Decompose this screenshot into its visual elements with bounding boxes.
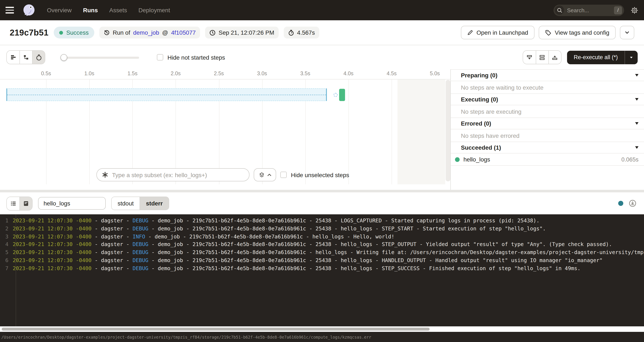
horizontal-scrollbar-thumb[interactable] <box>2 328 430 330</box>
collapse-down-button[interactable] <box>523 51 536 64</box>
caret-down-icon <box>635 98 638 100</box>
nav-link-assets[interactable]: Assets <box>109 7 127 14</box>
zoom-slider-handle[interactable] <box>60 54 67 61</box>
commit-link[interactable]: 4f105077 <box>171 29 196 36</box>
download-log-icon[interactable] <box>629 200 636 207</box>
run-actions-dropdown-button[interactable] <box>620 26 634 39</box>
section-empty-text: No steps have errored <box>451 129 644 142</box>
dependency-dotted-line <box>7 95 326 95</box>
nav-link-runs[interactable]: Runs <box>83 7 98 14</box>
bullet-list-icon <box>10 200 16 206</box>
waterfall-view-icon <box>23 54 29 60</box>
log-line: 22023-09-21 12:07:30 -0400 - dagster - D… <box>0 225 644 233</box>
settings-button[interactable] <box>630 6 638 14</box>
dependency-marker-circle <box>334 93 338 97</box>
hide-unselected-label: Hide unselected steps <box>291 172 349 178</box>
job-link[interactable]: demo_job <box>133 29 159 36</box>
beyond-run-end-region <box>398 80 445 184</box>
rows-view-button[interactable] <box>536 51 548 64</box>
chevron-down-icon <box>624 30 630 35</box>
gantt-vertical-scrollbar[interactable] <box>446 80 450 181</box>
log-filter-input[interactable] <box>38 197 106 210</box>
hamburger-menu-icon[interactable] <box>6 5 16 15</box>
log-line-number: 6 <box>0 256 13 265</box>
log-line-number: 3 <box>0 233 13 241</box>
section-empty-text: No steps are waiting to execute <box>451 81 644 94</box>
graph-query-toggle-button[interactable] <box>254 168 276 181</box>
log-line-number: 7 <box>0 265 13 273</box>
tab-stderr[interactable]: stderr <box>140 197 168 210</box>
section-header-errored[interactable]: Errored (0) <box>451 118 644 129</box>
axis-tick-label: 0.5s <box>41 70 51 76</box>
reexecute-all-button[interactable]: Re-execute all (*) <box>567 54 624 60</box>
search-placeholder: Search... <box>567 7 614 13</box>
reexecute-dropdown-button[interactable] <box>625 50 638 64</box>
section-header-executing[interactable]: Executing (0) <box>451 94 644 105</box>
gear-icon <box>630 6 638 14</box>
caret-down-icon <box>635 74 638 76</box>
panel-resize-divider[interactable] <box>0 190 644 192</box>
waterfall-view-button[interactable] <box>20 51 32 64</box>
log-path-status-bar: /Users/erincochran/Desktop/dagster-examp… <box>0 332 644 342</box>
log-line: 12023-09-21 12:07:30 -0400 - dagster - D… <box>0 217 644 225</box>
run-id-title: 219c7b51 <box>10 28 48 38</box>
clock-icon <box>209 30 216 36</box>
expand-up-button[interactable] <box>548 51 561 64</box>
nav-link-deployment[interactable]: Deployment <box>138 7 170 14</box>
flat-view-button[interactable] <box>7 51 20 64</box>
log-file-path: /Users/erincochran/Desktop/dagster-examp… <box>1 334 371 339</box>
flat-view-icon <box>10 54 16 60</box>
axis-tick-label: 4.5s <box>387 70 397 76</box>
hide-not-started-checkbox-row[interactable]: Hide not started steps <box>157 54 225 61</box>
zoom-slider[interactable] <box>60 54 139 61</box>
search-shortcut-badge: / <box>614 6 622 14</box>
gantt-chart[interactable]: Hide unselected steps <box>0 80 450 190</box>
section-header-succeeded[interactable]: Succeeded (1) <box>451 142 644 153</box>
reexecute-all-button-group: Re-execute all (*) <box>567 50 638 64</box>
search-input[interactable]: Search... / <box>554 4 624 16</box>
gantt-panel: 0.5s1.0s1.5s2.0s2.5s3.0s3.5s4.0s4.5s5.0s <box>0 69 450 190</box>
raw-log-view-button[interactable] <box>20 197 32 210</box>
step-subset-input[interactable] <box>112 172 244 178</box>
axis-tick-label: 3.5s <box>300 70 310 76</box>
axis-tick-label: 2.0s <box>170 70 180 76</box>
log-line-number: 4 <box>0 241 13 249</box>
expand-up-icon <box>552 54 558 61</box>
tag-icon <box>545 30 552 36</box>
log-view-mode-group <box>6 196 32 210</box>
log-output[interactable]: 12023-09-21 12:07:30 -0400 - dagster - D… <box>0 214 644 326</box>
nav-link-overview[interactable]: Overview <box>47 7 72 14</box>
log-line: 72023-09-21 12:07:30 -0400 - dagster - D… <box>0 265 644 273</box>
section-empty-text: No steps are executing <box>451 105 644 118</box>
log-line: 62023-09-21 12:07:30 -0400 - dagster - D… <box>0 256 644 265</box>
pencil-icon <box>467 30 473 36</box>
dagster-logo[interactable] <box>22 3 36 17</box>
top-nav: OverviewRunsAssetsDeployment Search... / <box>0 0 644 20</box>
hide-not-started-checkbox[interactable] <box>157 54 163 60</box>
step-bar-hello_logs[interactable] <box>339 89 345 101</box>
search-icon <box>557 8 562 13</box>
log-line: 42023-09-21 12:07:30 -0400 - dagster - D… <box>0 241 644 249</box>
timing-view-button[interactable] <box>32 51 45 64</box>
zoom-slider-track[interactable] <box>60 56 139 58</box>
log-toolbar: stdoutstderr <box>0 192 644 214</box>
axis-tick-label: 5.0s <box>430 70 440 76</box>
structured-log-view-button[interactable] <box>7 197 20 210</box>
status-dot-icon <box>59 31 63 34</box>
axis-tick-label: 1.5s <box>128 70 138 76</box>
dagster-run-page: OverviewRunsAssetsDeployment Search... / <box>0 0 644 342</box>
step-subset-input-wrap <box>96 168 250 181</box>
hide-unselected-checkbox-row[interactable]: Hide unselected steps <box>280 172 349 178</box>
log-line: 32023-09-21 12:07:30 -0400 - dagster - I… <box>0 233 644 241</box>
tab-stdout[interactable]: stdout <box>112 197 140 210</box>
log-stream-tabs: stdoutstderr <box>111 196 169 210</box>
log-line-number: 1 <box>0 217 13 225</box>
hide-unselected-checkbox[interactable] <box>280 172 287 178</box>
log-lines: 12023-09-21 12:07:30 -0400 - dagster - D… <box>0 214 644 272</box>
open-in-launchpad-button[interactable]: Open in Launchpad <box>461 26 534 39</box>
view-tags-config-button[interactable]: View tags and config <box>539 26 616 39</box>
run-header: 219c7b51 Success Run of demo_job @ 4f105… <box>0 20 644 45</box>
caret-down-icon <box>635 146 638 149</box>
section-header-preparing[interactable]: Preparing (0) <box>451 69 644 81</box>
succeeded-step-row[interactable]: hello_logs0.065s <box>451 153 644 166</box>
